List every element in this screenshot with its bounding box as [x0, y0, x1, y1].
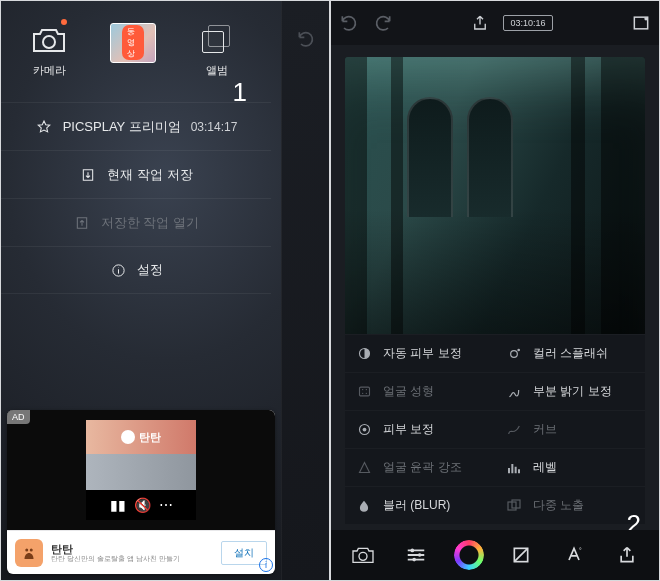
open-label: 저장한 작업 열기: [101, 214, 199, 232]
source-video[interactable]: 동영상: [93, 23, 173, 63]
editor-bottombar: °: [331, 530, 659, 580]
effects-grid: 자동 피부 보정컬러 스플래쉬얼굴 성형부분 밝기 보정피부 보정커브얼굴 윤곽…: [345, 334, 645, 524]
ad-footer: 탄탄 탄탄 당신만의 솔로탈출 앱 남사친 만들기 설치: [7, 530, 275, 574]
ad-sub: 탄탄 당신만의 솔로탈출 앱 남사친 만들기: [51, 555, 213, 563]
skin-icon: [355, 422, 373, 437]
text-tool-icon[interactable]: °: [557, 538, 591, 572]
ad-logo-icon: [121, 430, 135, 444]
row-save[interactable]: 현재 작업 저장: [1, 150, 271, 198]
effect-blur[interactable]: 블러 (BLUR): [345, 486, 495, 524]
camera-tool-icon[interactable]: [346, 538, 380, 572]
effect-label: 다중 노출: [533, 497, 584, 514]
video-thumbnail: 동영상: [110, 23, 156, 63]
effect-label: 커브: [533, 421, 557, 438]
effect-label: 컬러 스플래쉬: [533, 345, 608, 362]
premium-label: PICSPLAY 프리미엄: [63, 118, 181, 136]
ad-title: 탄탄: [51, 543, 213, 555]
svg-point-17: [412, 558, 416, 562]
effect-label: 피부 보정: [383, 421, 434, 438]
effect-splash[interactable]: 컬러 스플래쉬: [495, 334, 645, 372]
svg-point-15: [410, 549, 414, 553]
adchoices-icon[interactable]: i: [259, 558, 273, 572]
svg-rect-9: [359, 387, 369, 396]
dodge-icon: [505, 384, 523, 400]
screen-2-editor: 03:10:16 PICSPLAY 자동 피부 보정컬러 스플래쉬얼굴 성형부분…: [330, 0, 660, 581]
source-camera[interactable]: 카메라: [9, 23, 89, 78]
svg-point-0: [43, 36, 55, 48]
more-icon: ⋯: [159, 497, 173, 513]
svg-point-7: [511, 350, 518, 357]
right-rail: [281, 1, 329, 580]
source-album[interactable]: 앨범: [177, 23, 257, 78]
effect-auto-skin[interactable]: 자동 피부 보정: [345, 334, 495, 372]
info-icon: [109, 263, 127, 278]
auto-skin-icon: [355, 346, 373, 361]
row-premium[interactable]: PICSPLAY 프리미엄 03:14:17: [1, 102, 271, 150]
effect-label: 얼굴 윤곽 강조: [383, 459, 462, 476]
ad-brand: 탄탄: [139, 430, 161, 445]
pause-icon: ▮▮: [110, 497, 126, 513]
svg-point-5: [644, 17, 647, 20]
effect-contour[interactable]: 얼굴 윤곽 강조: [345, 448, 495, 486]
download-icon: [79, 167, 97, 183]
compare-icon[interactable]: [631, 13, 651, 33]
camera-dot-icon: [61, 19, 67, 25]
effect-face-shape[interactable]: 얼굴 성형: [345, 372, 495, 410]
undo-icon[interactable]: [339, 13, 359, 33]
share-icon[interactable]: [471, 14, 489, 32]
screen-1-menu: 카메라 동영상 앨범 1 PICSPLAY 프리미엄 03:14: [0, 0, 330, 581]
album-label: 앨범: [206, 63, 228, 78]
crop-tool-icon[interactable]: [504, 538, 538, 572]
star-icon: [35, 119, 53, 135]
undo-icon[interactable]: [295, 29, 317, 53]
effect-multiexp[interactable]: 다중 노출: [495, 486, 645, 524]
ad-controls: ▮▮ 🔇 ⋯: [86, 490, 196, 520]
face-shape-icon: [355, 384, 373, 399]
album-icon: [200, 23, 234, 57]
effect-label: 얼굴 성형: [383, 383, 434, 400]
splash-icon: [505, 346, 523, 362]
mute-icon: 🔇: [134, 497, 151, 513]
level-icon: [505, 461, 523, 475]
svg-point-2: [25, 548, 28, 551]
settings-label: 설정: [137, 261, 163, 279]
save-label: 현재 작업 저장: [107, 166, 192, 184]
redo-icon[interactable]: [373, 13, 393, 33]
canvas-preview[interactable]: PICSPLAY: [345, 57, 645, 361]
effect-curve[interactable]: 커브: [495, 410, 645, 448]
export-timer: 03:10:16: [503, 15, 552, 31]
blur-icon: [355, 498, 373, 514]
svg-point-14: [359, 552, 367, 560]
adjust-tool-icon[interactable]: [399, 538, 433, 572]
effect-level[interactable]: 레벨: [495, 448, 645, 486]
row-open-saved: 저장한 작업 열기: [1, 198, 271, 246]
svg-text:°: °: [579, 547, 582, 554]
video-tag: 동영상: [122, 25, 144, 60]
ad-card[interactable]: AD 탄탄 ▮▮ 🔇 ⋯ 탄탄 탄탄 당신만의 솔로탈출: [7, 410, 275, 574]
effect-dodge[interactable]: 부분 밝기 보정: [495, 372, 645, 410]
effect-label: 자동 피부 보정: [383, 345, 462, 362]
svg-point-11: [362, 428, 366, 432]
premium-timer: 03:14:17: [191, 120, 238, 134]
row-settings[interactable]: 설정: [1, 246, 271, 294]
annotation-1: 1: [233, 77, 247, 108]
effect-label: 블러 (BLUR): [383, 497, 450, 514]
top-sources: 카메라 동영상 앨범: [1, 1, 271, 84]
camera-icon: [29, 23, 69, 57]
ad-media: 탄탄 ▮▮ 🔇 ⋯: [7, 410, 275, 530]
effect-label: 레벨: [533, 459, 557, 476]
filter-ring-icon[interactable]: [452, 538, 486, 572]
effect-skin[interactable]: 피부 보정: [345, 410, 495, 448]
svg-point-3: [30, 548, 33, 551]
multiexp-icon: [505, 498, 523, 514]
editor-topbar: 03:10:16: [331, 1, 659, 45]
svg-point-8: [517, 348, 520, 351]
ad-badge: AD: [7, 410, 30, 424]
ad-app-icon: [15, 539, 43, 567]
camera-label: 카메라: [33, 63, 66, 78]
contour-icon: [355, 460, 373, 475]
menu-rows: PICSPLAY 프리미엄 03:14:17 현재 작업 저장 저장한 작업 열…: [1, 102, 271, 294]
effect-label: 부분 밝기 보정: [533, 383, 612, 400]
curve-icon: [505, 422, 523, 438]
export-tool-icon[interactable]: [610, 538, 644, 572]
